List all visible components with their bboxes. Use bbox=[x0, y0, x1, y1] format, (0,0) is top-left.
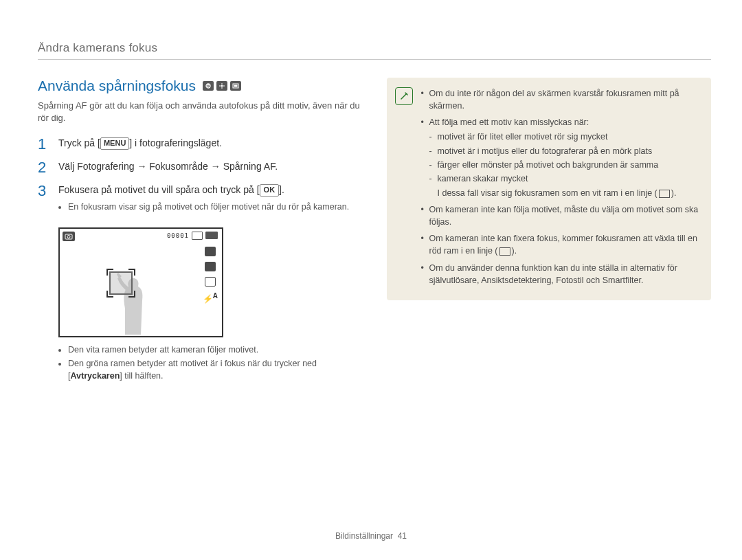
camera-screen-illustration: 00001 ⚡A bbox=[58, 227, 223, 337]
note-subitem: kameran skakar mycket bbox=[429, 172, 701, 185]
note-box: Om du inte rör någon del av skärmen kvar… bbox=[387, 78, 712, 300]
metering-icon bbox=[205, 277, 216, 287]
flash-icon: ⚡A bbox=[203, 292, 218, 304]
document-page: Ändra kamerans fokus Använda spårningsfo… bbox=[0, 0, 742, 560]
note-item: Om kameran inte kan fixera fokus, kommer… bbox=[421, 232, 701, 257]
breadcrumb: Ändra kamerans fokus bbox=[38, 41, 711, 55]
shutter-label: Avtryckaren bbox=[70, 371, 120, 381]
step-text: Välj Fotografering → Fokusområde → Spårn… bbox=[58, 159, 278, 176]
quality-icon bbox=[205, 262, 216, 271]
step-text: Tryck på [MENU] i fotograferingsläget. bbox=[58, 136, 222, 153]
svg-point-6 bbox=[67, 235, 70, 238]
step-1: 1 Tryck på [MENU] i fotograferingsläget. bbox=[38, 136, 363, 153]
note-list: Om du inte rör någon del av skärmen kvar… bbox=[421, 87, 701, 287]
step-text: Fokusera på motivet du vill spåra och tr… bbox=[58, 183, 349, 220]
svg-point-2 bbox=[221, 85, 223, 87]
battery-icon bbox=[205, 232, 218, 239]
svg-rect-4 bbox=[234, 85, 238, 87]
header-divider bbox=[38, 59, 711, 60]
section-heading: Använda spårningsfokus P bbox=[38, 78, 363, 94]
camera-top-status: 00001 bbox=[167, 232, 218, 240]
dual-is-icon bbox=[216, 81, 227, 91]
red-frame-icon bbox=[499, 247, 510, 256]
card-icon bbox=[192, 232, 203, 240]
p-mode-icon: P bbox=[203, 81, 214, 91]
sub-bullet: En fokusram visar sig på motivet och föl… bbox=[68, 201, 349, 214]
step-3: 3 Fokusera på motivet du vill spåra och … bbox=[38, 183, 363, 220]
scene-icon bbox=[230, 81, 241, 91]
section-heading-text: Använda spårningsfokus bbox=[38, 78, 196, 94]
step-number: 3 bbox=[38, 183, 50, 220]
mode-icon-group: P bbox=[203, 81, 241, 91]
shot-counter: 00001 bbox=[167, 232, 189, 239]
two-column-layout: Använda spårningsfokus P Spårning AF gör… bbox=[38, 78, 711, 389]
note-sublist: motivet är för litet eller motivet rör s… bbox=[429, 131, 701, 185]
camera-mode-icon bbox=[63, 232, 75, 241]
left-column: Använda spårningsfokus P Spårning AF gör… bbox=[38, 78, 363, 389]
post-image-bullets: Den vita ramen betyder att kameran följe… bbox=[58, 344, 363, 383]
white-frame-icon bbox=[659, 190, 670, 198]
bullet: Den vita ramen betyder att kameran följe… bbox=[68, 344, 363, 357]
focus-frame bbox=[109, 271, 133, 295]
bullet: Den gröna ramen betyder att motivet är i… bbox=[68, 358, 363, 382]
note-subitem: motivet är i motljus eller du fotografer… bbox=[429, 145, 701, 157]
note-subitem: motivet är för litet eller motivet rör s… bbox=[429, 131, 701, 143]
footer-page-number: 41 bbox=[398, 531, 407, 541]
note-subitem: färger eller mönster på motivet och bakg… bbox=[429, 159, 701, 171]
note-item: Om kameran inte kan följa motivet, måste… bbox=[421, 203, 701, 228]
intro-paragraph: Spårning AF gör att du kan följa och anv… bbox=[38, 100, 363, 124]
note-icon bbox=[395, 87, 413, 105]
note-after-line: I dessa fall visar sig fokusramen som en… bbox=[429, 187, 701, 199]
camera-right-icons: ⚡A bbox=[203, 247, 218, 304]
step-number: 2 bbox=[38, 159, 50, 176]
note-item: Att följa med ett motiv kan misslyckas n… bbox=[421, 116, 701, 199]
ok-button-label: OK bbox=[260, 184, 280, 197]
menu-button-label: MENU bbox=[100, 137, 129, 150]
note-item: Om du inte rör någon del av skärmen kvar… bbox=[421, 87, 701, 112]
note-item: Om du använder denna funktion kan du int… bbox=[421, 262, 701, 287]
size-icon bbox=[205, 247, 216, 256]
footer-section: Bildinställningar bbox=[335, 531, 393, 541]
page-footer: Bildinställningar 41 bbox=[0, 531, 742, 541]
right-column: Om du inte rör någon del av skärmen kvar… bbox=[387, 78, 712, 389]
step-2: 2 Välj Fotografering → Fokusområde → Spå… bbox=[38, 159, 363, 176]
step-sub-bullets: En fokusram visar sig på motivet och föl… bbox=[58, 201, 349, 214]
step-number: 1 bbox=[38, 136, 50, 153]
